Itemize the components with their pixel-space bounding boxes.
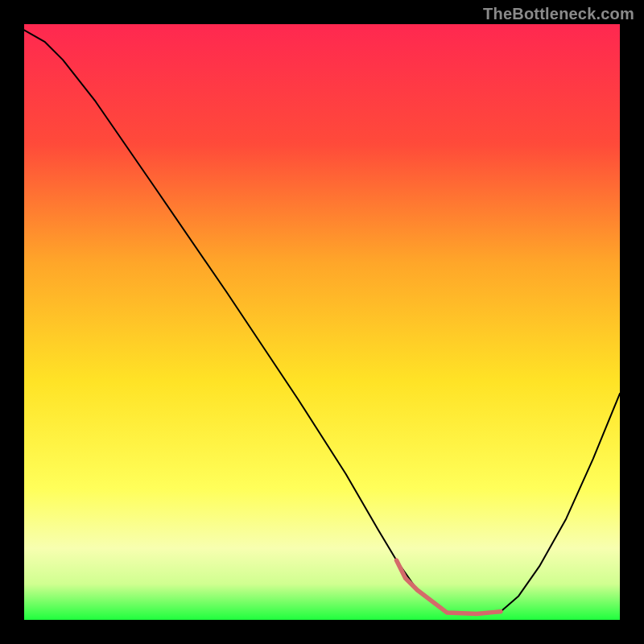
plot-background <box>24 24 620 620</box>
chart-container: TheBottleneck.com <box>0 0 644 644</box>
watermark-text: TheBottleneck.com <box>483 5 634 23</box>
chart-svg <box>0 0 644 644</box>
